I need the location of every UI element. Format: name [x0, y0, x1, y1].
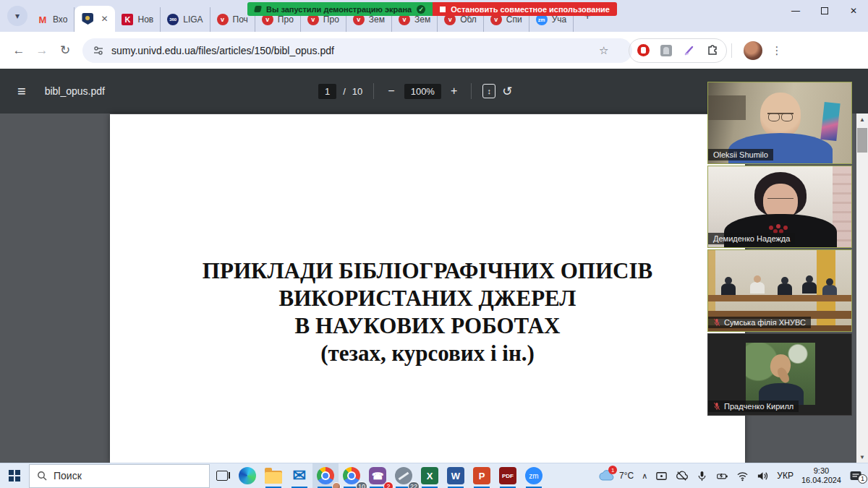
address-bar[interactable]: sumy.univd.edu.ua/files/articles/150/bib… — [82, 38, 632, 63]
zoom-out-button[interactable]: − — [385, 85, 397, 98]
start-button[interactable] — [0, 463, 29, 488]
title-line-2: ВИКОРИСТАНИХ ДЖЕРЕЛ — [110, 285, 745, 312]
rotate-button[interactable]: ↺ — [502, 84, 512, 99]
microphone-icon[interactable] — [696, 470, 708, 482]
taskbar-app-pdf-editor[interactable]: PDF — [495, 463, 521, 488]
fit-page-icon: ↕ — [488, 87, 492, 95]
onedrive-paused-icon[interactable] — [676, 470, 688, 482]
mail-icon: ✉ — [291, 467, 308, 484]
adblock-icon — [637, 44, 650, 56]
adblock-extension-icon[interactable] — [637, 44, 650, 57]
screen: ▾ M Вхо ✕ K Нов 360 LIGA v Поч v Про v П… — [0, 0, 868, 488]
share-status-banner: Вы запустили демонстрацию экрана ✓ — [247, 2, 433, 16]
fit-page-button[interactable]: ↕ — [482, 84, 495, 98]
scroll-down-icon: ▼ — [859, 454, 865, 461]
taskbar-app-gray-messenger[interactable]: 22 — [391, 463, 417, 488]
maximize-button[interactable] — [810, 0, 839, 22]
taskbar-app-powerpoint[interactable]: P — [469, 463, 495, 488]
taskbar-app-word[interactable]: W — [443, 463, 469, 488]
tab-search-button[interactable]: ▾ — [7, 6, 27, 26]
app-badge: 10 — [356, 481, 367, 488]
close-tab-icon[interactable]: ✕ — [101, 14, 108, 24]
participant-video-sumska-filia[interactable]: Сумська філія ХНУВС — [707, 249, 852, 332]
extensions-menu-button[interactable] — [706, 44, 719, 57]
toolbar-divider — [373, 83, 374, 99]
participant-video-demydenko[interactable]: Демиденко Надежда — [707, 166, 852, 248]
weather-widget[interactable]: 1 7°C — [598, 470, 634, 481]
time-text: 9:30 — [801, 466, 841, 476]
taskbar-app-viber[interactable]: ☎ 2 — [365, 463, 391, 488]
stop-share-button[interactable]: Остановить совместное использование — [433, 2, 617, 16]
excel-icon: X — [421, 467, 438, 484]
tab-liga360[interactable]: 360 LIGA — [161, 7, 210, 32]
system-tray: 1 7°C ∧ — [598, 466, 868, 485]
minimize-button[interactable]: — — [781, 0, 810, 22]
participant-video-oleksii[interactable]: Oleksii Shumilo — [707, 82, 852, 164]
scroll-down-button[interactable]: ▼ — [856, 451, 868, 463]
kebab-menu-icon: ⋮ — [771, 44, 783, 56]
participant-figure — [721, 283, 736, 295]
participant-figure — [778, 283, 792, 295]
scrollbar-thumb[interactable] — [857, 128, 867, 153]
video-background — [708, 95, 746, 120]
task-view-icon — [216, 471, 228, 481]
task-view-button[interactable] — [210, 463, 234, 488]
pdf-filename: bibl_opus.pdf — [45, 85, 105, 97]
tab-label: Нов — [137, 14, 153, 25]
zoom-level-input[interactable]: 100% — [404, 84, 441, 99]
taskbar-search-input[interactable]: Поиск — [29, 464, 210, 488]
check-icon: ✓ — [417, 5, 425, 14]
gray-ext-icon — [660, 45, 672, 56]
taskbar-app-zoom[interactable]: zm — [521, 463, 547, 488]
windows-logo-icon — [9, 470, 20, 481]
app-badge: 22 — [408, 481, 420, 488]
notification-center-button[interactable]: 1 — [849, 470, 862, 482]
page-number-input[interactable]: 1 — [318, 84, 336, 99]
liga360-icon: 360 — [167, 14, 179, 25]
tab-k-news[interactable]: K Нов — [115, 7, 161, 32]
red-site-icon: v — [217, 14, 229, 25]
close-window-button[interactable]: ✕ — [839, 0, 868, 22]
tab-active-bibl-opus[interactable]: ✕ — [75, 6, 115, 32]
k-news-icon: K — [122, 14, 133, 25]
clock[interactable]: 9:30 16.04.2024 — [801, 466, 841, 485]
search-placeholder: Поиск — [54, 470, 82, 481]
language-indicator[interactable]: УКР — [777, 471, 793, 481]
browser-menu-button[interactable]: ⋮ — [771, 44, 783, 57]
participant-video-pradchenko[interactable]: Прадченко Кирилл — [707, 333, 852, 416]
participant-name-label: Сумська філія ХНУВС — [708, 317, 811, 328]
star-icon: ☆ — [599, 44, 608, 56]
taskbar-app-file-explorer[interactable] — [260, 463, 286, 488]
battery-icon[interactable] — [716, 470, 728, 482]
forward-button[interactable]: → — [30, 39, 54, 62]
profile-avatar[interactable] — [744, 41, 762, 60]
hamburger-icon: ≡ — [17, 83, 26, 99]
tab-label: LIGA — [183, 14, 203, 25]
speaker-icon[interactable] — [757, 470, 769, 482]
site-info-icon[interactable] — [93, 45, 104, 56]
taskbar-app-excel[interactable]: X — [417, 463, 443, 488]
wifi-icon[interactable] — [736, 470, 749, 482]
tab-label: Вхо — [53, 14, 67, 25]
zoom-in-button[interactable]: + — [448, 85, 460, 98]
back-button[interactable]: ← — [7, 39, 30, 62]
reload-button[interactable]: ↻ — [54, 39, 77, 62]
cast-screen-icon[interactable] — [655, 470, 668, 482]
taskbar-app-edge[interactable] — [234, 463, 260, 488]
title-line-4: (тезах, курсових і ін.) — [110, 340, 745, 367]
pdf-menu-button[interactable]: ≡ — [17, 83, 26, 100]
tab-gmail[interactable]: M Вхо — [30, 7, 75, 32]
scroll-up-icon: ▲ — [859, 116, 865, 123]
tab-label: Зем — [414, 14, 430, 25]
taskbar-app-mail[interactable]: ✉ — [286, 463, 312, 488]
scroll-up-button[interactable]: ▲ — [856, 114, 868, 125]
gray-extension-icon[interactable] — [660, 44, 673, 57]
stop-share-text: Остановить совместное использование — [451, 5, 610, 14]
page-scrollbar[interactable]: ▲ ▼ — [856, 114, 868, 463]
taskbar-app-chrome-profile[interactable] — [312, 463, 339, 488]
tray-expand-button[interactable]: ∧ — [642, 471, 647, 481]
bookmark-button[interactable]: ☆ — [599, 44, 608, 57]
pen-extension-icon[interactable] — [683, 44, 696, 57]
title-line-3: В НАУКОВИХ РОБОТАХ — [110, 312, 745, 340]
taskbar-app-chrome-alt[interactable]: 10 — [339, 463, 365, 488]
